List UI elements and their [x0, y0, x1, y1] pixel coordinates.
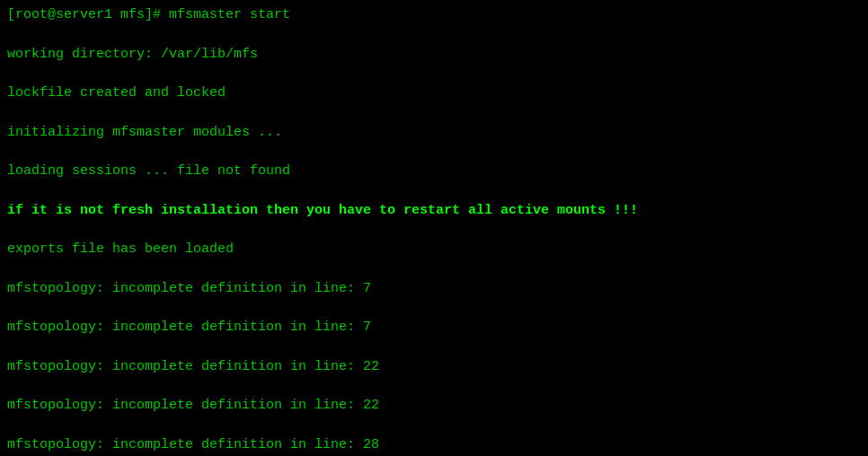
- line-2: working directory: /var/lib/mfs: [7, 45, 861, 65]
- line-4: initializing mfsmaster modules ...: [7, 123, 861, 143]
- line-5: loading sessions ... file not found: [7, 162, 861, 181]
- line-1: [root@server1 mfs]# mfsmaster start: [7, 5, 861, 25]
- line-8: mfstopology: incomplete definition in li…: [7, 279, 861, 299]
- line-6: if it is not fresh installation then you…: [7, 201, 861, 221]
- terminal-window[interactable]: [root@server1 mfs]# mfsmaster start work…: [0, 0, 868, 456]
- line-11: mfstopology: incomplete definition in li…: [7, 396, 861, 416]
- line-9: mfstopology: incomplete definition in li…: [7, 318, 861, 338]
- line-3: lockfile created and locked: [7, 83, 861, 103]
- line-12: mfstopology: incomplete definition in li…: [7, 435, 861, 455]
- line-10: mfstopology: incomplete definition in li…: [7, 357, 861, 377]
- line-7: exports file has been loaded: [7, 240, 861, 259]
